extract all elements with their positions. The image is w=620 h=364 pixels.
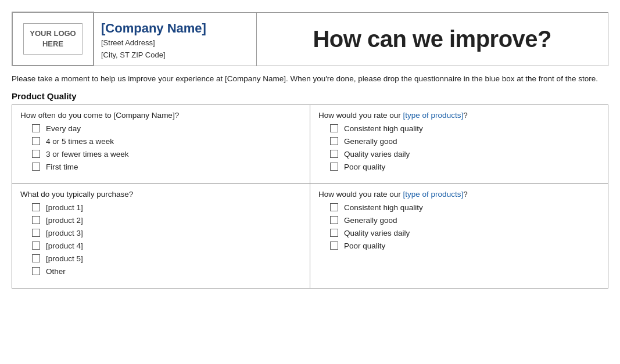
options-list-q4: Consistent high quality Generally good Q… xyxy=(318,203,600,250)
list-item: 4 or 5 times a week xyxy=(32,137,302,146)
options-list-q1: Every day 4 or 5 times a week 3 or fewer… xyxy=(20,124,302,171)
list-item: Generally good xyxy=(330,137,600,146)
list-item: Poor quality xyxy=(330,242,600,250)
list-item: [product 4] xyxy=(32,242,302,250)
checkbox[interactable] xyxy=(330,163,338,171)
checkbox[interactable] xyxy=(32,242,40,250)
company-name: [Company Name] xyxy=(101,21,249,36)
checkbox[interactable] xyxy=(330,242,338,250)
question-cell-q1: How often do you come to [Company Name]?… xyxy=(12,104,310,183)
checkbox[interactable] xyxy=(32,203,40,211)
question-cell-q2: How would you rate our [type of products… xyxy=(310,104,608,183)
question-label-q3: What do you typically purchase? xyxy=(20,190,302,199)
list-item: Generally good xyxy=(330,216,600,225)
checkbox[interactable] xyxy=(32,150,40,158)
list-item: [product 3] xyxy=(32,229,302,237)
logo-cell: YOUR LOGO HERE xyxy=(12,12,94,66)
company-info-cell: [Company Name] [Street Address] [City, S… xyxy=(94,12,256,66)
list-item: [product 1] xyxy=(32,203,302,212)
list-item: Quality varies daily xyxy=(330,229,600,237)
checkbox[interactable] xyxy=(32,267,40,275)
logo-line2: HERE xyxy=(42,39,63,48)
list-item: Poor quality xyxy=(330,163,600,171)
checkbox[interactable] xyxy=(330,229,338,237)
logo-line1: YOUR LOGO xyxy=(30,29,76,38)
question-cell-q3: What do you typically purchase? [product… xyxy=(12,183,310,288)
street-address: [Street Address] xyxy=(101,37,249,49)
options-list-q2: Consistent high quality Generally good Q… xyxy=(318,124,600,171)
checkbox[interactable] xyxy=(32,137,40,145)
section-title: Product Quality xyxy=(12,91,608,101)
question-label-q4: How would you rate our [type of products… xyxy=(318,190,600,199)
checkbox[interactable] xyxy=(32,229,40,237)
checkbox[interactable] xyxy=(330,150,338,158)
checkbox[interactable] xyxy=(32,124,40,132)
list-item: [product 2] xyxy=(32,216,302,225)
list-item: Consistent high quality xyxy=(330,203,600,212)
question-cell-q4: How would you rate our [type of products… xyxy=(310,183,608,288)
options-list-q3: [product 1] [product 2] [product 3] [pro… xyxy=(20,203,302,276)
main-title-cell: How can we improve? xyxy=(256,12,608,66)
list-item: 3 or fewer times a week xyxy=(32,150,302,158)
question-grid: How often do you come to [Company Name]?… xyxy=(12,104,608,289)
checkbox[interactable] xyxy=(32,216,40,224)
city-state-zip: [City, ST ZIP Code] xyxy=(101,49,249,61)
intro-text: Please take a moment to help us improve … xyxy=(12,73,608,85)
list-item: Every day xyxy=(32,124,302,133)
list-item: Quality varies daily xyxy=(330,150,600,158)
main-title: How can we improve? xyxy=(313,26,551,52)
checkbox[interactable] xyxy=(330,124,338,132)
checkbox[interactable] xyxy=(330,137,338,145)
list-item: First time xyxy=(32,163,302,171)
checkbox[interactable] xyxy=(330,216,338,224)
logo-box: YOUR LOGO HERE xyxy=(23,23,82,55)
header-table: YOUR LOGO HERE [Company Name] [Street Ad… xyxy=(12,12,608,66)
checkbox[interactable] xyxy=(32,163,40,171)
question-label-q1: How often do you come to [Company Name]? xyxy=(20,111,302,120)
list-item: [product 5] xyxy=(32,254,302,263)
checkbox[interactable] xyxy=(330,203,338,211)
checkbox[interactable] xyxy=(32,254,40,262)
list-item: Other xyxy=(32,267,302,276)
list-item: Consistent high quality xyxy=(330,124,600,133)
question-label-q2: How would you rate our [type of products… xyxy=(318,111,600,120)
